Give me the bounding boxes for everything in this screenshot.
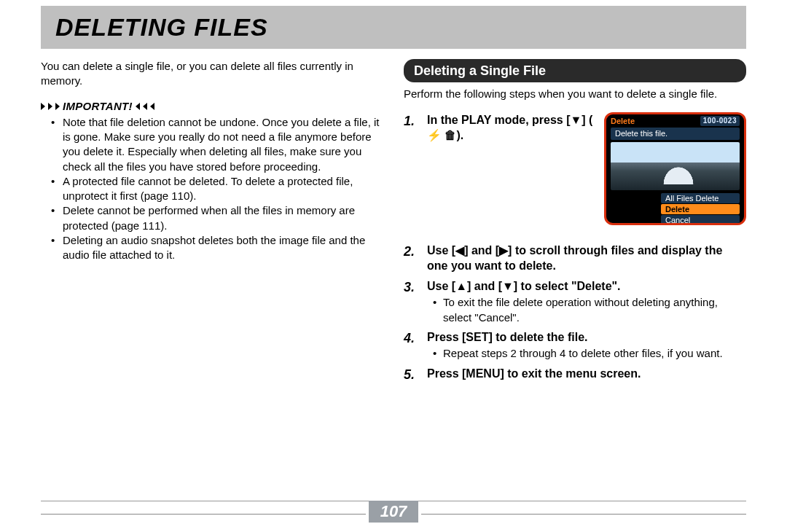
important-list: Note that file deletion cannot be undone… xyxy=(41,115,383,263)
step-title: Press [MENU] to exit the menu screen. xyxy=(427,366,746,382)
step-number: 1. xyxy=(404,112,420,144)
step-sub-list: Repeat steps 2 through 4 to delete other… xyxy=(427,346,746,361)
step-row: 3. Use [▲] and [▼] to select "Delete". T… xyxy=(404,278,746,325)
down-arrow-icon: ▼ xyxy=(571,112,582,128)
section-heading: Deleting a Single File xyxy=(404,59,746,82)
step-sub-list: To exit the file delete operation withou… xyxy=(427,295,746,325)
camera-photo-preview xyxy=(611,142,740,190)
step-sub-bullet: To exit the file delete operation withou… xyxy=(437,295,746,325)
step-title: Use [▲] and [▼] to select "Delete". xyxy=(427,278,746,294)
step-row: 4. Press [SET] to delete the file. Repea… xyxy=(404,329,746,361)
chevron-right-icon xyxy=(48,103,52,110)
step-title: Use [◀] and [▶] to scroll through files … xyxy=(427,243,746,274)
camera-menu: All Files Delete Delete Cancel xyxy=(611,193,740,224)
flash-icon: ⚡ xyxy=(427,128,442,144)
important-bullet: Delete cannot be performed when all the … xyxy=(57,203,383,233)
step-number: 2. xyxy=(404,243,420,274)
title-bar: DELETING FILES xyxy=(41,6,746,49)
camera-menu-item: All Files Delete xyxy=(661,193,740,203)
camera-top-bar: Delete 100-0023 xyxy=(606,114,744,128)
important-heading: IMPORTANT! xyxy=(41,99,383,114)
camera-menu-item: Cancel xyxy=(661,215,740,224)
intro-text: You can delete a single file, or you can… xyxy=(41,59,383,89)
footer-rule xyxy=(421,514,746,515)
step-number: 3. xyxy=(404,278,420,325)
important-label: IMPORTANT! xyxy=(63,99,133,114)
important-bullet: A protected file cannot be deleted. To d… xyxy=(57,174,383,204)
section-intro: Perform the following steps when you wan… xyxy=(404,87,746,101)
step-sub-bullet: Repeat steps 2 through 4 to delete other… xyxy=(437,346,746,361)
step-title: In the PLAY mode, press [▼] (⚡ 🗑). xyxy=(427,112,595,144)
camera-screen: Delete 100-0023 Delete this file. All Fi… xyxy=(604,112,746,225)
important-bullet: Note that file deletion cannot be undone… xyxy=(57,115,383,174)
step-number: 4. xyxy=(404,329,420,361)
step-row: 5. Press [MENU] to exit the menu screen. xyxy=(404,366,746,383)
page-title: DELETING FILES xyxy=(55,13,732,42)
camera-menu-item-selected: Delete xyxy=(661,204,740,214)
right-column: Deleting a Single File Perform the follo… xyxy=(404,59,746,388)
content-columns: You can delete a single file, or you can… xyxy=(41,59,746,388)
important-bullet: Deleting an audio snapshot deletes both … xyxy=(57,233,383,263)
step-1-row: 1. In the PLAY mode, press [▼] (⚡ 🗑). De… xyxy=(404,112,746,225)
chevron-left-icon xyxy=(143,103,147,110)
footer-rule xyxy=(41,514,366,515)
trash-icon: 🗑 xyxy=(445,128,456,144)
camera-prompt: Delete this file. xyxy=(611,128,740,140)
chevron-left-icon xyxy=(150,103,154,110)
step-text: ). xyxy=(456,129,463,141)
page-footer: 107 xyxy=(41,501,746,525)
step-title: Press [SET] to delete the file. xyxy=(427,329,746,345)
page-number: 107 xyxy=(369,501,419,523)
chevron-right-icon xyxy=(55,103,60,110)
left-column: You can delete a single file, or you can… xyxy=(41,59,383,388)
step-text: In the PLAY mode, press [ xyxy=(427,114,571,126)
chevron-right-icon xyxy=(41,103,45,110)
chevron-left-icon xyxy=(136,103,140,110)
step-number: 5. xyxy=(404,366,420,383)
camera-file-number: 100-0023 xyxy=(700,116,740,126)
camera-mode-label: Delete xyxy=(611,116,635,127)
step-text: ] ( xyxy=(582,114,592,126)
step-row: 2. Use [◀] and [▶] to scroll through fil… xyxy=(404,243,746,274)
